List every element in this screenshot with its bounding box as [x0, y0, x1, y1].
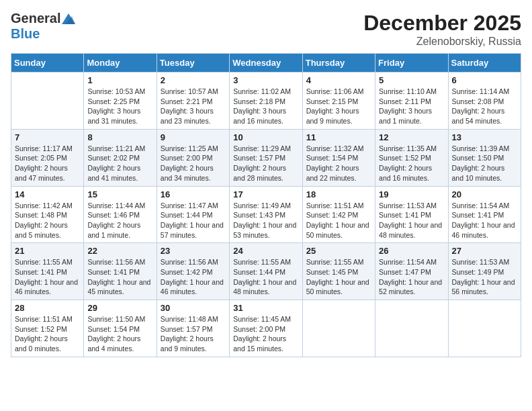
- day-info: Sunrise: 11:48 AM Sunset: 1:57 PM Daylig…: [161, 314, 226, 354]
- day-number: 2: [161, 75, 226, 85]
- day-number: 19: [379, 189, 444, 199]
- week-row-5: 28Sunrise: 11:51 AM Sunset: 1:52 PM Dayl…: [11, 300, 521, 357]
- day-info: Sunrise: 11:50 AM Sunset: 1:54 PM Daylig…: [87, 314, 152, 354]
- day-cell: 9Sunrise: 11:25 AM Sunset: 2:00 PM Dayli…: [157, 129, 229, 186]
- day-number: 24: [233, 246, 298, 256]
- day-info: Sunrise: 10:53 AM Sunset: 2:25 PM Daylig…: [87, 87, 152, 126]
- day-info: Sunrise: 11:55 AM Sunset: 1:41 PM Daylig…: [15, 257, 80, 297]
- day-cell: 16Sunrise: 11:47 AM Sunset: 1:44 PM Dayl…: [157, 186, 229, 243]
- day-number: 11: [306, 132, 371, 142]
- day-info: Sunrise: 11:14 AM Sunset: 2:08 PM Daylig…: [452, 87, 517, 126]
- day-number: 25: [306, 246, 371, 256]
- day-cell: 21Sunrise: 11:55 AM Sunset: 1:41 PM Dayl…: [11, 243, 84, 300]
- day-cell: 8Sunrise: 11:21 AM Sunset: 2:02 PM Dayli…: [84, 129, 157, 186]
- day-number: 13: [452, 132, 517, 142]
- week-row-3: 14Sunrise: 11:42 AM Sunset: 1:48 PM Dayl…: [11, 186, 521, 243]
- day-number: 1: [87, 75, 152, 85]
- day-cell: 24Sunrise: 11:55 AM Sunset: 1:44 PM Dayl…: [230, 243, 302, 300]
- day-cell: 30Sunrise: 11:48 AM Sunset: 1:57 PM Dayl…: [157, 300, 229, 357]
- day-cell: 23Sunrise: 11:56 AM Sunset: 1:42 PM Dayl…: [157, 243, 229, 300]
- day-number: 31: [233, 303, 298, 313]
- day-number: 10: [233, 132, 298, 142]
- location-title: Zelenoborskiy, Russia: [363, 36, 521, 48]
- day-cell: 3Sunrise: 11:02 AM Sunset: 2:18 PM Dayli…: [230, 73, 302, 130]
- day-info: Sunrise: 11:39 AM Sunset: 1:50 PM Daylig…: [452, 144, 517, 183]
- day-number: 6: [452, 75, 517, 85]
- page-header: General Blue December 2025 Zelenoborskiy…: [11, 11, 521, 48]
- day-header-sunday: Sunday: [11, 54, 84, 73]
- day-number: 27: [452, 246, 517, 256]
- day-cell: [375, 300, 448, 357]
- day-info: Sunrise: 11:53 AM Sunset: 1:49 PM Daylig…: [452, 257, 517, 297]
- day-info: Sunrise: 11:56 AM Sunset: 1:41 PM Daylig…: [87, 257, 152, 297]
- logo-blue-text: Blue: [11, 26, 40, 42]
- logo-general-text: General: [11, 11, 60, 26]
- day-info: Sunrise: 11:49 AM Sunset: 1:43 PM Daylig…: [233, 201, 298, 240]
- week-row-4: 21Sunrise: 11:55 AM Sunset: 1:41 PM Dayl…: [11, 243, 521, 300]
- day-cell: 19Sunrise: 11:53 AM Sunset: 1:41 PM Dayl…: [375, 186, 448, 243]
- day-cell: 5Sunrise: 11:10 AM Sunset: 2:11 PM Dayli…: [375, 73, 448, 130]
- day-header-friday: Friday: [375, 54, 448, 73]
- week-row-1: 1Sunrise: 10:53 AM Sunset: 2:25 PM Dayli…: [11, 73, 521, 130]
- day-info: Sunrise: 11:32 AM Sunset: 1:54 PM Daylig…: [306, 144, 371, 183]
- day-info: Sunrise: 11:54 AM Sunset: 1:41 PM Daylig…: [452, 201, 517, 240]
- day-cell: 1Sunrise: 10:53 AM Sunset: 2:25 PM Dayli…: [84, 73, 157, 130]
- day-info: Sunrise: 11:51 AM Sunset: 1:42 PM Daylig…: [306, 201, 371, 240]
- day-cell: [11, 73, 84, 130]
- week-row-2: 7Sunrise: 11:17 AM Sunset: 2:05 PM Dayli…: [11, 129, 521, 186]
- day-info: Sunrise: 11:44 AM Sunset: 1:46 PM Daylig…: [87, 201, 152, 240]
- day-number: 22: [87, 246, 152, 256]
- day-number: 29: [87, 303, 152, 313]
- day-number: 4: [306, 75, 371, 85]
- day-cell: 28Sunrise: 11:51 AM Sunset: 1:52 PM Dayl…: [11, 300, 84, 357]
- day-info: Sunrise: 11:55 AM Sunset: 1:44 PM Daylig…: [233, 257, 298, 297]
- day-info: Sunrise: 11:51 AM Sunset: 1:52 PM Daylig…: [15, 314, 80, 354]
- calendar-table: SundayMondayTuesdayWednesdayThursdayFrid…: [11, 53, 521, 357]
- day-info: Sunrise: 11:29 AM Sunset: 1:57 PM Daylig…: [233, 144, 298, 183]
- day-cell: 13Sunrise: 11:39 AM Sunset: 1:50 PM Dayl…: [448, 129, 521, 186]
- day-info: Sunrise: 11:45 AM Sunset: 2:00 PM Daylig…: [233, 314, 298, 354]
- day-header-wednesday: Wednesday: [230, 54, 302, 73]
- day-info: Sunrise: 11:21 AM Sunset: 2:02 PM Daylig…: [87, 144, 152, 183]
- day-number: 8: [87, 132, 152, 142]
- day-number: 20: [452, 189, 517, 199]
- day-info: Sunrise: 11:25 AM Sunset: 2:00 PM Daylig…: [161, 144, 226, 183]
- day-header-thursday: Thursday: [302, 54, 375, 73]
- day-info: Sunrise: 11:10 AM Sunset: 2:11 PM Daylig…: [379, 87, 444, 126]
- day-info: Sunrise: 11:06 AM Sunset: 2:15 PM Daylig…: [306, 87, 371, 126]
- day-number: 3: [233, 75, 298, 85]
- day-cell: 18Sunrise: 11:51 AM Sunset: 1:42 PM Dayl…: [302, 186, 375, 243]
- day-cell: 6Sunrise: 11:14 AM Sunset: 2:08 PM Dayli…: [448, 73, 521, 130]
- day-number: 17: [233, 189, 298, 199]
- day-number: 12: [379, 132, 444, 142]
- day-info: Sunrise: 11:53 AM Sunset: 1:41 PM Daylig…: [379, 201, 444, 240]
- day-cell: 15Sunrise: 11:44 AM Sunset: 1:46 PM Dayl…: [84, 186, 157, 243]
- day-info: Sunrise: 11:17 AM Sunset: 2:05 PM Daylig…: [15, 144, 80, 183]
- day-number: 26: [379, 246, 444, 256]
- day-number: 9: [161, 132, 226, 142]
- day-number: 16: [161, 189, 226, 199]
- calendar-header-row: SundayMondayTuesdayWednesdayThursdayFrid…: [11, 54, 521, 73]
- day-info: Sunrise: 11:35 AM Sunset: 1:52 PM Daylig…: [379, 144, 444, 183]
- day-cell: 7Sunrise: 11:17 AM Sunset: 2:05 PM Dayli…: [11, 129, 84, 186]
- day-info: Sunrise: 10:57 AM Sunset: 2:21 PM Daylig…: [161, 87, 226, 126]
- day-number: 14: [15, 189, 80, 199]
- day-cell: 14Sunrise: 11:42 AM Sunset: 1:48 PM Dayl…: [11, 186, 84, 243]
- day-header-saturday: Saturday: [448, 54, 521, 73]
- day-cell: [448, 300, 521, 357]
- day-cell: 4Sunrise: 11:06 AM Sunset: 2:15 PM Dayli…: [302, 73, 375, 130]
- day-info: Sunrise: 11:02 AM Sunset: 2:18 PM Daylig…: [233, 87, 298, 126]
- day-cell: 17Sunrise: 11:49 AM Sunset: 1:43 PM Dayl…: [230, 186, 302, 243]
- day-header-monday: Monday: [84, 54, 157, 73]
- day-number: 30: [161, 303, 226, 313]
- day-info: Sunrise: 11:54 AM Sunset: 1:47 PM Daylig…: [379, 257, 444, 297]
- title-block: December 2025 Zelenoborskiy, Russia: [363, 11, 521, 48]
- logo: General Blue: [11, 11, 75, 42]
- day-number: 7: [15, 132, 80, 142]
- day-cell: 31Sunrise: 11:45 AM Sunset: 2:00 PM Dayl…: [230, 300, 302, 357]
- day-cell: 25Sunrise: 11:55 AM Sunset: 1:45 PM Dayl…: [302, 243, 375, 300]
- day-header-tuesday: Tuesday: [157, 54, 229, 73]
- day-cell: 2Sunrise: 10:57 AM Sunset: 2:21 PM Dayli…: [157, 73, 229, 130]
- day-info: Sunrise: 11:42 AM Sunset: 1:48 PM Daylig…: [15, 201, 80, 240]
- day-cell: 20Sunrise: 11:54 AM Sunset: 1:41 PM Dayl…: [448, 186, 521, 243]
